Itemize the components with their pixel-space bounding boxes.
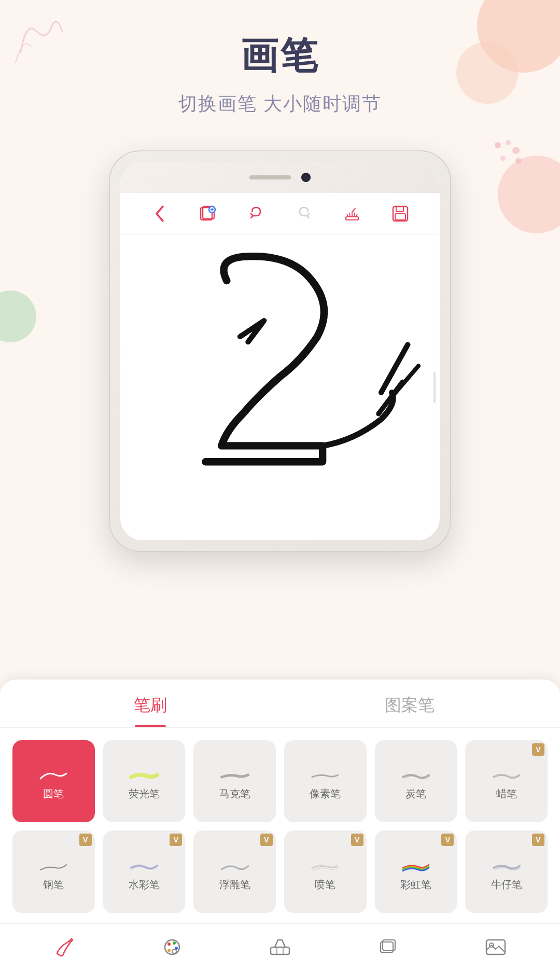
vip-badge-pen: V <box>79 834 92 846</box>
phone-camera <box>301 173 311 182</box>
brush-grid: 圆笔 荧光笔 马克笔 <box>0 728 560 923</box>
vip-badge-spray: V <box>351 834 363 846</box>
brush-preview-relief <box>219 856 250 875</box>
bg-decoration-green <box>0 290 36 342</box>
page-title: 画笔 <box>0 31 560 81</box>
phone-inner <box>120 162 440 541</box>
brush-name-crayon: 蜡笔 <box>496 788 517 799</box>
back-button[interactable] <box>148 202 171 225</box>
brush-name-charcoal: 炭笔 <box>405 788 426 799</box>
nav-palette[interactable] <box>154 929 190 965</box>
svg-point-1 <box>506 140 511 145</box>
phone-mockup <box>109 150 451 552</box>
brush-item-pixel[interactable]: 像素笔 <box>284 740 367 823</box>
brush-preview-pixel <box>310 766 341 784</box>
phone-frame <box>109 150 451 552</box>
brush-item-rainbow[interactable]: V 彩虹笔 <box>375 830 457 913</box>
vip-badge-relief: V <box>260 834 273 846</box>
canvas-drawing <box>120 234 440 540</box>
phone-top-bar <box>120 162 440 193</box>
brush-item-watercolor[interactable]: V 水彩笔 <box>103 830 186 913</box>
svg-point-3 <box>500 156 506 161</box>
brush-name-round: 圆笔 <box>43 788 64 799</box>
app-toolbar <box>120 193 440 234</box>
brush-tabs: 笔刷 图案笔 <box>0 680 560 728</box>
svg-line-14 <box>354 213 355 217</box>
brush-name-spray: 喷笔 <box>315 879 335 890</box>
brush-item-relief[interactable]: V 浮雕笔 <box>193 830 276 913</box>
clear-button[interactable] <box>341 202 363 225</box>
svg-point-22 <box>173 941 176 945</box>
brush-preview-highlight <box>129 766 160 784</box>
brush-name-watercolor: 水彩笔 <box>129 879 160 890</box>
brush-preview-pen <box>38 856 69 875</box>
scroll-indicator <box>433 372 436 403</box>
brush-item-round[interactable]: 圆笔 <box>12 740 95 823</box>
layers-button[interactable] <box>197 202 219 225</box>
svg-point-2 <box>512 147 520 154</box>
brush-item-spray[interactable]: V 喷笔 <box>284 830 367 913</box>
tab-brush[interactable]: 笔刷 <box>21 680 280 727</box>
brush-item-crayon[interactable]: V 蜡笔 <box>465 740 548 823</box>
nav-layers[interactable] <box>370 929 406 965</box>
phone-speaker <box>249 175 291 179</box>
brush-item-charcoal[interactable]: 炭笔 <box>375 740 457 823</box>
save-button[interactable] <box>389 202 412 225</box>
bg-dots-decoration <box>487 135 529 176</box>
brush-name-pen: 钢笔 <box>43 879 64 890</box>
svg-point-21 <box>167 943 171 946</box>
svg-point-25 <box>172 949 176 953</box>
vip-badge-rainbow: V <box>441 834 454 846</box>
svg-rect-10 <box>346 217 358 220</box>
svg-rect-27 <box>277 947 283 954</box>
brush-preview-denim <box>491 856 522 875</box>
nav-eraser[interactable] <box>262 929 298 965</box>
svg-rect-19 <box>395 214 405 220</box>
vip-badge-watercolor: V <box>170 834 182 846</box>
nav-brush[interactable] <box>46 929 82 965</box>
svg-point-24 <box>167 949 171 952</box>
title-section: 画笔 切换画笔 大小随时调节 <box>0 0 560 117</box>
tab-pattern[interactable]: 图案笔 <box>280 680 539 727</box>
brush-item-denim[interactable]: V 牛仔笔 <box>465 830 548 913</box>
brush-preview-watercolor <box>129 856 160 875</box>
svg-line-12 <box>349 213 350 217</box>
svg-line-16 <box>352 209 355 212</box>
vip-badge-crayon: V <box>532 743 544 756</box>
brush-preview-rainbow <box>400 856 431 875</box>
redo-button[interactable] <box>292 202 315 225</box>
nav-gallery[interactable] <box>478 929 514 965</box>
svg-point-4 <box>515 158 522 164</box>
page-subtitle: 切换画笔 大小随时调节 <box>0 91 560 117</box>
brush-name-highlight: 荧光笔 <box>129 788 160 799</box>
brush-name-rainbow: 彩虹笔 <box>400 879 431 890</box>
svg-rect-18 <box>396 206 403 212</box>
brush-name-relief: 浮雕笔 <box>219 879 250 890</box>
brush-item-highlight[interactable]: 荧光笔 <box>103 740 186 823</box>
app-screen <box>120 193 440 541</box>
brush-name-pixel: 像素笔 <box>310 788 341 799</box>
undo-button[interactable] <box>245 202 268 225</box>
brush-name-marker: 马克笔 <box>219 788 250 799</box>
brush-preview-round <box>38 766 69 784</box>
brush-preview-crayon <box>491 766 522 784</box>
brush-preview-charcoal <box>400 766 431 784</box>
svg-rect-26 <box>271 947 289 954</box>
brush-name-denim: 牛仔笔 <box>491 879 522 890</box>
vip-badge-denim: V <box>532 834 544 846</box>
brush-item-marker[interactable]: 马克笔 <box>193 740 276 823</box>
bottom-nav <box>0 923 560 970</box>
bottom-panel: 笔刷 图案笔 圆笔 荧光笔 <box>0 680 560 923</box>
brush-preview-spray <box>310 856 341 875</box>
svg-point-0 <box>495 142 501 148</box>
brush-preview-marker <box>219 766 250 784</box>
brush-item-pen[interactable]: V 钢笔 <box>12 830 95 913</box>
canvas-area[interactable] <box>120 234 440 541</box>
